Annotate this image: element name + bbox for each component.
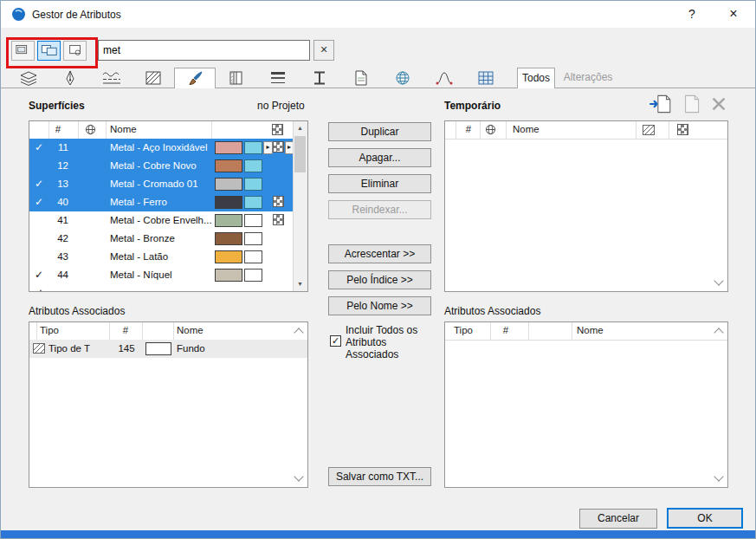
tab-composites[interactable] <box>216 69 257 88</box>
tab-todos[interactable]: Todos <box>517 68 555 88</box>
tab-cities[interactable] <box>382 69 423 88</box>
ok-button[interactable]: OK <box>667 508 743 529</box>
surface-row[interactable]: ✓ 11 Metal - Aço Inoxidável ▸ ▸ <box>29 139 294 157</box>
scroll-up-button[interactable]: ▲ <box>294 121 307 135</box>
tab-markup-styles[interactable] <box>340 69 382 88</box>
row-preview-box[interactable] <box>244 269 262 282</box>
row-color-swatch[interactable] <box>215 214 242 227</box>
temporary-table-header: # Nome <box>445 121 727 140</box>
texture-column-icon <box>272 124 283 135</box>
row-preview-box[interactable] <box>244 250 262 263</box>
surface-row-partial[interactable]: ✓ <box>29 284 294 291</box>
acrescentar-button[interactable]: Acrescentar >> <box>328 244 431 263</box>
incluir-checkbox[interactable]: ✓ <box>330 335 341 347</box>
clear-search-button[interactable]: × <box>313 40 334 61</box>
tab-surfaces[interactable] <box>174 68 216 88</box>
scrollbar-thumb[interactable] <box>294 136 306 172</box>
tab-pens[interactable] <box>49 69 91 88</box>
tab-line-types[interactable] <box>91 69 132 88</box>
row-texture-icon <box>273 214 284 225</box>
row-preview-box[interactable] <box>244 196 262 209</box>
row-preview-box[interactable] <box>244 214 262 227</box>
left-assoc-table: Tipo # Nome Tipo de T 145 Fundo <box>29 321 308 488</box>
app-icon <box>11 7 26 22</box>
new-attribute-button[interactable] <box>678 93 704 115</box>
globe-icon <box>392 69 413 87</box>
left-assoc-header: Tipo # Nome <box>29 322 307 341</box>
row-preview-box[interactable] <box>244 159 262 172</box>
assoc-num: 145 <box>114 343 139 354</box>
window-title: Gestor de Atributos <box>32 9 121 21</box>
row-color-swatch[interactable] <box>215 250 242 263</box>
row-color-swatch[interactable] <box>215 141 242 154</box>
row-index: 40 <box>45 197 68 207</box>
column-divider <box>636 121 636 139</box>
salvar-txt-button[interactable]: Salvar como TXT... <box>328 467 431 486</box>
column-divider <box>109 322 110 340</box>
surface-row[interactable]: 41 Metal - Cobre Envelh... <box>29 211 294 230</box>
titlebar: Gestor de Atributos ? × <box>1 1 755 28</box>
left-assoc-title: Atributos Associados <box>29 305 125 317</box>
profiles-icon <box>268 69 288 87</box>
row-name: Metal - Níquel <box>110 270 213 280</box>
surface-row[interactable]: ✓ 13 Metal - Cromado 01 <box>29 175 294 193</box>
row-preview-box[interactable] <box>244 141 262 154</box>
help-button[interactable]: ? <box>682 7 701 23</box>
column-divider <box>36 322 37 340</box>
col-nome: Nome <box>513 124 540 134</box>
row-color-swatch[interactable] <box>215 269 242 282</box>
close-icon[interactable]: × <box>722 5 745 23</box>
filter-scope-temporary-button[interactable] <box>63 41 87 61</box>
cancel-button[interactable]: Cancelar <box>579 509 657 529</box>
assoc-tipo: Tipo de T <box>48 343 106 354</box>
right-assoc-body <box>445 340 727 487</box>
filter-scope-project-button[interactable] <box>11 41 35 61</box>
surface-row[interactable]: ✓ 40 Metal - Ferro <box>29 193 294 211</box>
pelo-indice-button[interactable]: Pelo Índice >> <box>328 270 431 289</box>
column-divider <box>490 322 491 340</box>
import-attributes-button[interactable] <box>647 93 673 115</box>
layers-icon <box>18 69 39 87</box>
tab-fill-types[interactable] <box>132 69 174 88</box>
pelo-nome-button[interactable]: Pelo Nome >> <box>328 296 431 315</box>
surface-row[interactable]: 43 Metal - Latão <box>29 248 294 266</box>
row-index: 42 <box>45 233 68 244</box>
row-color-swatch[interactable] <box>215 196 242 209</box>
surface-row[interactable]: 12 Metal - Cobre Novo <box>29 157 294 175</box>
tab-operation-profiles[interactable] <box>423 69 465 88</box>
row-popup-arrow[interactable]: ▸ <box>263 141 273 154</box>
tab-zone-categories[interactable] <box>299 69 340 88</box>
column-divider <box>106 121 107 139</box>
tab-profiles[interactable] <box>257 69 299 88</box>
row-color-swatch[interactable] <box>215 232 242 245</box>
row-color-swatch[interactable] <box>215 178 242 191</box>
row-preview-box[interactable] <box>244 232 262 245</box>
vertical-scrollbar[interactable]: ▲ ▼ <box>293 121 307 291</box>
column-divider <box>506 121 507 139</box>
filter-scope-both-button[interactable] <box>37 41 61 61</box>
row-color-swatch[interactable] <box>215 159 242 172</box>
delete-temporary-button[interactable] <box>706 93 732 115</box>
globe-column-icon <box>485 124 496 137</box>
col-num: # <box>113 325 139 335</box>
row-name: Metal - Cromado 01 <box>110 179 213 189</box>
temporary-table-body <box>445 139 727 291</box>
tab-layers[interactable] <box>8 69 49 88</box>
surface-row[interactable]: 42 Metal - Bronze <box>29 230 294 248</box>
surface-row[interactable]: ✓ 44 Metal - Níquel <box>29 266 294 284</box>
incluir-checkbox-label: Incluir Todos os Atributos Associados <box>346 324 436 360</box>
eliminar-button[interactable]: Eliminar <box>328 174 431 193</box>
assoc-row[interactable]: Tipo de T 145 Fundo <box>29 340 307 358</box>
scroll-down-button[interactable]: ▼ <box>294 277 307 291</box>
search-input[interactable] <box>98 40 310 61</box>
column-divider <box>528 322 529 340</box>
duplicar-button[interactable]: Duplicar <box>328 122 431 141</box>
row-name: Metal - Aço Inoxidável <box>110 142 213 153</box>
tab-mep-systems[interactable] <box>465 69 507 88</box>
zone-ibeam-icon <box>309 69 330 87</box>
apagar-button[interactable]: Apagar... <box>328 148 431 167</box>
tab-alteracoes[interactable]: Alterações <box>557 68 619 88</box>
row-preview-box[interactable] <box>244 178 262 191</box>
import-file-icon <box>647 93 673 115</box>
col-nome: Nome <box>177 325 204 335</box>
